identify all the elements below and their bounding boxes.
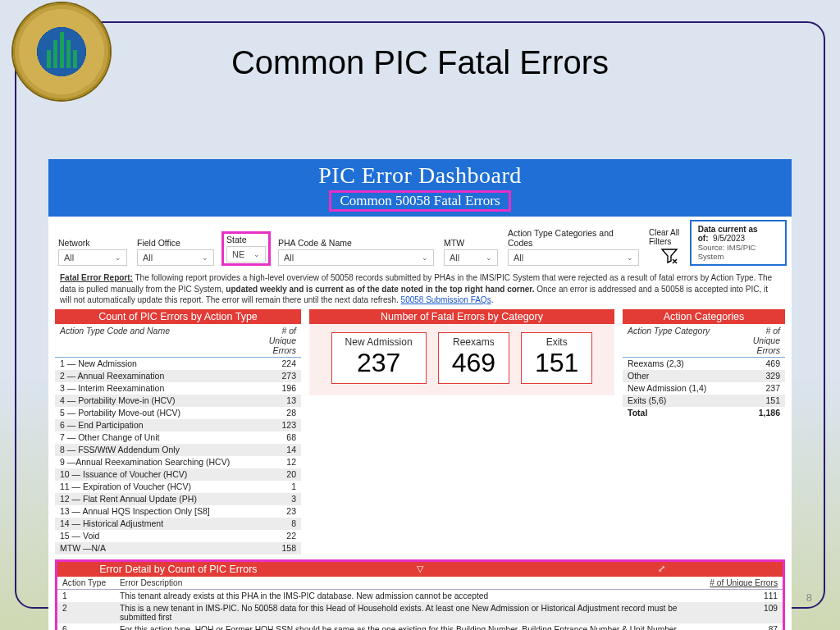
table-row: 13 — Annual HQS Inspection Only [S8]23 <box>55 505 301 518</box>
filter-state-label: State <box>226 235 266 244</box>
table-row: 2This is a new tenant in IMS-PIC. No 500… <box>57 602 783 623</box>
left-col1-header: Action Type Code and Name <box>60 326 257 355</box>
table-row: 1This tenant already exists at this PHA … <box>57 590 783 602</box>
metric-card: Exits151 <box>521 332 592 384</box>
table-row: 7 — Other Change of Unit68 <box>55 431 301 444</box>
category-metrics: Number of Fatal Errors by Category New A… <box>309 309 614 555</box>
table-row: 11 — Expiration of Voucher (HCV)1 <box>55 481 301 493</box>
table-row: 14 — Historical Adjustment8 <box>55 518 301 530</box>
data-current-stamp: Data current as of: 9/5/2023 Source: IMS… <box>690 220 787 266</box>
detail-col-count: # of Unique Errors <box>687 578 778 587</box>
filter-action-type-label: Action Type Categories and Codes <box>508 228 639 248</box>
error-detail-table: Error Detail by Count of PIC Errors ▽ ⤢ … <box>55 559 785 631</box>
filter-network-select[interactable]: All⌄ <box>58 249 127 266</box>
dashboard-title: PIC Error Dashboard <box>48 162 792 189</box>
chevron-down-icon: ⌄ <box>253 250 260 258</box>
filter-pha: PHA Code & Name All⌄ <box>273 238 439 266</box>
right-col2-header: # of Unique Errors <box>741 326 780 355</box>
action-categories-table: Action Categories Action Type Category# … <box>623 309 785 555</box>
filter-field-office-label: Field Office <box>137 238 214 248</box>
left-header: Count of PIC Errors by Action Type <box>55 309 301 324</box>
stamp-date: 9/5/2023 <box>713 234 745 243</box>
table-row: 6For this action type, HOH or Former HOH… <box>57 623 783 631</box>
filter-pha-label: PHA Code & Name <box>278 238 434 248</box>
table-row: 5 — Portability Move-out (HCV)28 <box>55 407 301 419</box>
table-row: 6 — End Participation123 <box>55 419 301 431</box>
table-row: 10 — Issuance of Voucher (HCV)20 <box>55 468 301 481</box>
filter-action-type: Action Type Categories and Codes All⌄ <box>503 228 644 266</box>
funnel-clear-icon <box>660 246 679 266</box>
chevron-down-icon: ⌄ <box>486 253 492 262</box>
report-note-label: Fatal Error Report: <box>60 273 133 282</box>
clear-filters-label: Clear All Filters <box>649 228 690 246</box>
chevron-down-icon: ⌄ <box>115 253 121 262</box>
detail-header: Error Detail by Count of PIC Errors ▽ ⤢ <box>57 562 783 577</box>
clear-all-filters-button[interactable]: Clear All Filters <box>649 228 690 266</box>
left-col2-header: # of Unique Errors <box>257 326 296 355</box>
page-number: 8 <box>806 591 812 604</box>
table-row: Reexams (2,3)469 <box>623 358 785 370</box>
dashboard-subtitle: Common 50058 Fatal Errors <box>329 190 510 212</box>
filter-field-office-select[interactable]: All⌄ <box>137 249 214 266</box>
filter-network-label: Network <box>58 238 127 248</box>
table-row: Exits (5,6)151 <box>623 395 785 407</box>
table-row: 15 — Void22 <box>55 530 301 542</box>
filter-mtw-label: MTW <box>444 238 498 248</box>
chevron-down-icon: ⌄ <box>202 253 208 262</box>
dashboard-banner: PIC Error Dashboard Common 50058 Fatal E… <box>48 159 792 217</box>
chevron-down-icon: ⌄ <box>627 253 633 262</box>
filter-network: Network All⌄ <box>53 238 132 266</box>
table-row: 9 —Annual Reexamination Searching (HCV)1… <box>55 456 301 468</box>
table-row: New Admission (1,4)237 <box>623 382 785 395</box>
slide-title: Common PIC Fatal Errors <box>0 44 840 81</box>
filter-mtw-select[interactable]: All⌄ <box>444 249 498 266</box>
detail-col-desc: Error Description <box>120 578 687 587</box>
table-row: 8 — FSS/WtW Addendum Only14 <box>55 444 301 456</box>
filter-state-highlight: State NE⌄ <box>221 231 271 266</box>
mid-header: Number of Fatal Errors by Category <box>309 309 614 324</box>
stamp-source: Source: IMS/PIC System <box>698 243 778 261</box>
table-row: MTW —N/A158 <box>55 542 301 555</box>
filter-bar: Network All⌄ Field Office All⌄ State NE⌄… <box>48 217 792 267</box>
report-note: Fatal Error Report: The following report… <box>48 267 792 309</box>
filter-action-type-select[interactable]: All⌄ <box>508 249 639 266</box>
table-row: 2 — Annual Reexamination273 <box>55 370 301 382</box>
metric-card: New Admission237 <box>331 332 427 384</box>
table-row: 12 — Flat Rent Annual Update (PH)3 <box>55 493 301 505</box>
table-row: 3 — Interim Reexamination196 <box>55 382 301 395</box>
faqs-link[interactable]: 50058 Submission FAQs <box>401 295 491 304</box>
right-col1-header: Action Type Category <box>628 326 741 355</box>
dashboard-screenshot: PIC Error Dashboard Common 50058 Fatal E… <box>48 159 792 630</box>
filter-pha-select[interactable]: All⌄ <box>278 249 434 266</box>
filter-state-select[interactable]: NE⌄ <box>226 246 266 262</box>
chevron-down-icon: ⌄ <box>422 253 428 262</box>
action-type-table: Count of PIC Errors by Action Type Actio… <box>55 309 301 555</box>
filter-icon[interactable]: ▽ <box>299 564 541 574</box>
table-row: 4 — Portability Move-in (HCV)13 <box>55 395 301 407</box>
expand-icon[interactable]: ⤢ <box>541 564 783 574</box>
total-row: Total1,186 <box>623 407 785 419</box>
filter-mtw: MTW All⌄ <box>439 238 503 266</box>
table-row: Other329 <box>623 370 785 382</box>
filter-field-office: Field Office All⌄ <box>132 238 219 266</box>
right-header: Action Categories <box>623 309 785 324</box>
metric-card: Reexams469 <box>438 332 509 384</box>
table-row: 1 — New Admission224 <box>55 358 301 370</box>
detail-col-action: Action Type <box>62 578 120 587</box>
